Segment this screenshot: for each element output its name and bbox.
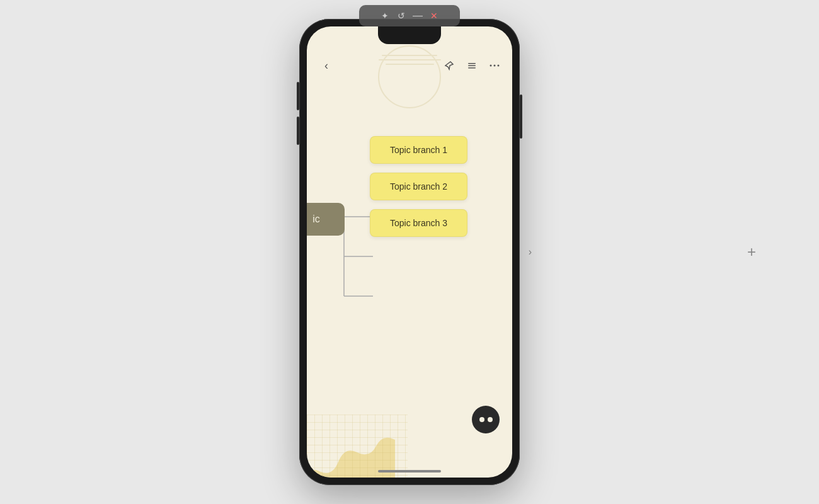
- add-button[interactable]: +: [747, 243, 756, 261]
- close-icon[interactable]: ✕: [428, 10, 440, 21]
- bot-eye-left: [479, 417, 484, 422]
- header-actions: [442, 58, 502, 73]
- phone-screen: ‹: [307, 26, 512, 478]
- topic-branch-1[interactable]: Topic branch 1: [370, 136, 467, 164]
- list-icon[interactable]: [464, 58, 479, 73]
- svg-point-3: [490, 65, 492, 67]
- topic-branch-3[interactable]: Topic branch 3: [370, 209, 467, 237]
- svg-point-5: [498, 65, 500, 67]
- svg-rect-0: [468, 63, 476, 64]
- vol-down-button: [297, 117, 299, 145]
- back-button[interactable]: ‹: [317, 59, 336, 72]
- svg-point-4: [494, 65, 496, 67]
- topic-branch-2[interactable]: Topic branch 2: [370, 173, 467, 200]
- sidebar-expand-arrow[interactable]: ›: [529, 246, 532, 258]
- svg-rect-1: [468, 66, 476, 67]
- grid-overlay: [307, 415, 408, 478]
- bottom-decoration: [307, 402, 408, 478]
- minimize-icon[interactable]: —: [412, 10, 423, 21]
- ai-bot-button[interactable]: [472, 406, 500, 433]
- central-node[interactable]: ic: [307, 203, 345, 236]
- pin-icon[interactable]: [442, 58, 457, 73]
- bot-eye-right: [488, 417, 493, 422]
- phone-frame: ‹: [299, 19, 520, 485]
- sparkle-icon[interactable]: ✦: [379, 10, 391, 21]
- branches-list: Topic branch 1 Topic branch 2 Topic bran…: [370, 136, 467, 237]
- phone-notch: [378, 26, 441, 44]
- svg-rect-2: [468, 67, 476, 69]
- more-options-icon[interactable]: [487, 58, 502, 73]
- power-button: [520, 94, 522, 139]
- bot-eyes: [479, 417, 493, 422]
- history-icon[interactable]: ↺: [396, 10, 407, 21]
- title-bar: ✦ ↺ — ✕: [359, 5, 460, 26]
- home-indicator: [378, 470, 441, 472]
- vol-up-button: [297, 82, 299, 110]
- mindmap-container: ic Topic branch 1 Topic branch 2: [307, 79, 512, 478]
